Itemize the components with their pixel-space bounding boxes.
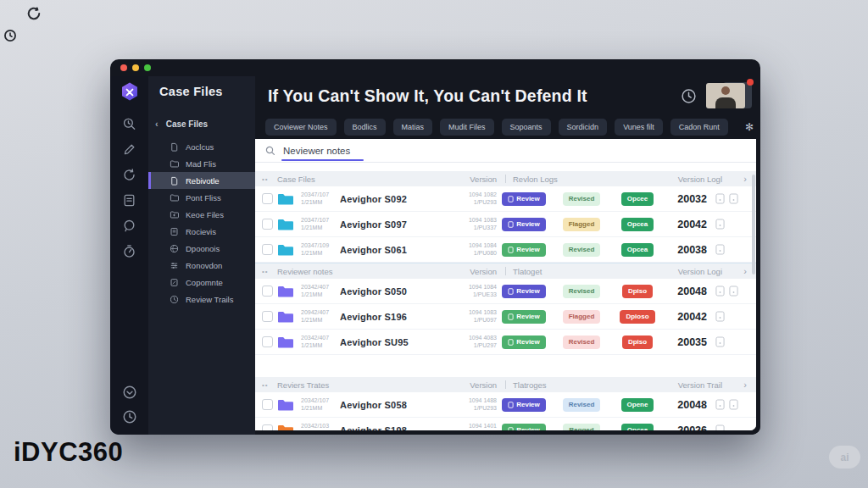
column-mid: Revlon Logs — [513, 175, 558, 184]
row-checkbox[interactable] — [262, 311, 273, 322]
row-checkbox[interactable] — [262, 193, 273, 204]
row-checkbox[interactable] — [262, 424, 273, 430]
table-row[interactable]: 20342/1031/21MM Aevighor S198 1094 14011… — [255, 418, 756, 430]
row-date: 20347/107 — [301, 191, 340, 199]
chevron-right-icon[interactable]: › — [722, 380, 756, 390]
minimize-button[interactable] — [132, 64, 139, 71]
nav-back[interactable]: ‹ Case Files — [155, 119, 255, 129]
table-row[interactable]: 20342/1071/21MM Aevighor S058 1094 14881… — [255, 392, 756, 418]
clock-icon[interactable] — [122, 409, 137, 424]
folder-icon — [277, 192, 294, 205]
folder-icon — [277, 218, 294, 230]
row-number: 20026 — [663, 424, 707, 431]
row-version-a: 1094 1083 — [453, 309, 497, 317]
row-date: 20342/407 — [301, 284, 340, 291]
drag-handle-icon: •• — [255, 381, 277, 389]
sidebar-item[interactable]: Review Trails — [148, 291, 255, 308]
table-section-header: •• Case Files Version Revlon Logs Versio… — [255, 171, 756, 186]
sidebar-item[interactable]: Copomnte — [148, 274, 255, 291]
document-icon[interactable] — [715, 311, 725, 322]
doc-glyph-icon — [508, 196, 514, 202]
row-name: Aevighor S050 — [340, 286, 453, 297]
row-checkbox[interactable] — [262, 399, 273, 410]
review-badge: Review — [502, 285, 546, 298]
tab-sordicidn[interactable]: Sordicidn — [559, 119, 608, 136]
tab-bodlics[interactable]: Bodlics — [344, 119, 386, 136]
table-row[interactable]: 20342/4071/21MM Aevighor S050 1094 10841… — [255, 279, 756, 304]
sidebar-item[interactable]: Dpoonois — [148, 240, 255, 257]
chevron-right-icon[interactable]: › — [722, 266, 756, 276]
doc-edit-icon — [170, 278, 179, 287]
sidebar-item[interactable]: Ronovdon — [148, 257, 255, 274]
document-icon[interactable] — [729, 286, 738, 297]
row-version-b: 1/PU097 — [453, 317, 497, 324]
row-version-b: 1/PUE33 — [453, 291, 497, 299]
document-icon[interactable] — [715, 424, 725, 430]
chat-icon[interactable] — [122, 219, 136, 233]
sidebar-item[interactable]: Keoe Files — [148, 206, 255, 223]
sidebar-item-label: Copomnte — [186, 278, 223, 287]
row-checkbox[interactable] — [262, 219, 273, 230]
tab-coviewer-notes[interactable]: Coviewer Notes — [265, 119, 337, 136]
app-logo-icon[interactable] — [119, 81, 141, 103]
row-version-a: 1094 1083 — [453, 217, 497, 225]
row-date: 20942/407 — [301, 309, 340, 317]
sliders-icon — [170, 261, 179, 270]
document-icon[interactable] — [729, 399, 738, 410]
document-icon[interactable] — [715, 244, 725, 255]
sparkle-icon[interactable]: ✻ — [745, 122, 754, 132]
row-number: 20038 — [663, 244, 707, 256]
search-history-icon[interactable] — [122, 117, 136, 131]
tab-mudit-files[interactable]: Mudit Files — [440, 119, 494, 136]
user-avatar[interactable] — [706, 81, 752, 110]
column-right: Version Logl — [663, 175, 722, 184]
row-checkbox[interactable] — [262, 336, 273, 347]
close-button[interactable] — [120, 64, 127, 71]
clock-icon[interactable] — [681, 88, 697, 104]
row-date: 20342/103 — [301, 423, 340, 430]
refresh-icon[interactable] — [122, 168, 136, 182]
notes-icon[interactable] — [122, 193, 136, 208]
sidebar-item-selected[interactable]: Rebivotle — [148, 172, 255, 189]
sidebar-item[interactable]: Mad Flis — [148, 155, 255, 172]
search-bar[interactable]: Neviewer notes — [255, 139, 756, 163]
file-icon — [170, 142, 179, 152]
sidebar-item-label: Mad Flis — [186, 159, 216, 169]
drag-handle-icon: •• — [255, 268, 277, 275]
row-version-b: 1/PU293 — [453, 430, 497, 431]
edit-icon[interactable] — [122, 142, 136, 157]
document-icon[interactable] — [715, 193, 725, 204]
review-badge: Review — [502, 336, 546, 349]
table-row[interactable]: 20347/1071/21MM Aevighor S092 1094 10821… — [255, 186, 756, 212]
table-row[interactable]: 20342/4071/21MM Aevighor SU95 1094 40831… — [255, 330, 756, 355]
document-icon[interactable] — [715, 336, 725, 347]
scrollbar[interactable] — [752, 175, 755, 274]
row-number: 20048 — [663, 399, 707, 411]
check-circle-icon[interactable] — [122, 385, 137, 400]
chevron-right-icon[interactable]: › — [722, 174, 756, 184]
sidebar-item[interactable]: Rocievis — [148, 223, 255, 240]
table-row[interactable]: 20347/1091/21MM Aevighor S061 1094 10841… — [255, 237, 756, 263]
tab-cadon-runt[interactable]: Cadon Runt — [670, 119, 728, 136]
timer-icon[interactable] — [122, 244, 136, 258]
window-titlebar — [110, 59, 760, 76]
search-input[interactable]: Neviewer notes — [283, 146, 350, 156]
table-row[interactable]: 20942/4071/21MM Aevighor S196 1094 10831… — [255, 304, 756, 330]
table-row[interactable]: 20347/1071/21MM Aevighor S097 1094 10831… — [255, 212, 756, 237]
row-name: Aevighor S061 — [340, 245, 453, 255]
globe-icon — [170, 244, 179, 253]
sidebar-item[interactable]: Aoclcus — [148, 138, 255, 155]
tab-matias[interactable]: Matias — [393, 119, 433, 136]
folder-icon — [277, 336, 294, 348]
document-icon[interactable] — [715, 286, 725, 297]
zoom-button[interactable] — [144, 64, 151, 71]
row-checkbox[interactable] — [262, 286, 273, 297]
ai-watermark-badge: ai — [829, 446, 860, 469]
sidebar-item[interactable]: Pont Fliss — [148, 189, 255, 206]
tab-sopoants[interactable]: Sopoants — [502, 119, 551, 136]
document-icon[interactable] — [715, 399, 725, 410]
document-icon[interactable] — [729, 193, 738, 204]
document-icon[interactable] — [715, 219, 725, 230]
tab-vunes-filt[interactable]: Vunes filt — [615, 119, 663, 136]
row-checkbox[interactable] — [262, 244, 273, 255]
